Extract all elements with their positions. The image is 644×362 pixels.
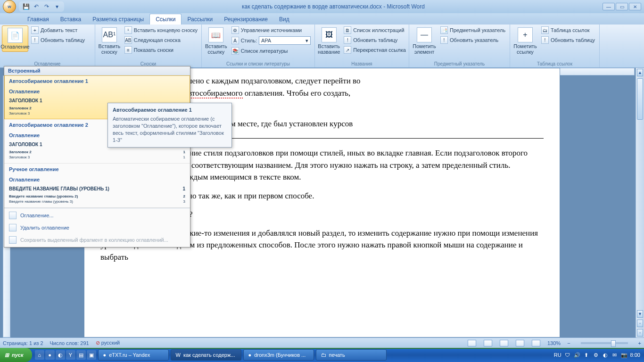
save-icon[interactable]: 💾 xyxy=(22,2,30,11)
insert-caption-button[interactable]: 🖼 Вставить название xyxy=(317,25,341,57)
status-lang[interactable]: ⊘ русский xyxy=(96,340,120,346)
next-page-icon[interactable]: ◦ xyxy=(637,329,643,337)
ql-icon[interactable]: ● xyxy=(45,350,55,360)
toc-insert-custom[interactable]: Оглавление... xyxy=(4,209,190,222)
tray-lang[interactable]: RU xyxy=(554,352,561,358)
xref-icon: ↗ xyxy=(344,46,351,54)
minimize-button[interactable]: — xyxy=(603,3,615,10)
next-footnote-icon: AB xyxy=(124,36,132,44)
toc-save-selection: Сохранить выделенный фрагмент в коллекци… xyxy=(4,234,190,246)
quick-launch: ⌂ ● ◐ Y ▤ ▣ xyxy=(35,350,96,360)
toc-button[interactable]: 📄 Оглавление xyxy=(2,25,28,52)
insert-citation-button[interactable]: 📖 Вставить ссылку xyxy=(204,25,229,57)
scroll-thumb[interactable] xyxy=(637,78,643,120)
tab-view[interactable]: Вид xyxy=(273,14,295,25)
update-captions-button[interactable]: !Обновить таблицу xyxy=(342,35,408,45)
toc-gallery-manual[interactable]: Ручное оглавление Оглавление ВВЕДИТЕ НАЗ… xyxy=(4,164,190,208)
ql-icon[interactable]: ⌂ xyxy=(35,350,44,360)
qat-dropdown-icon[interactable]: ▾ xyxy=(53,2,61,11)
taskbar: ⊞пуск ⌂ ● ◐ Y ▤ ▣ ●eTXT.ru – Yandex Wкак… xyxy=(0,348,644,362)
prev-page-icon[interactable]: ◦ xyxy=(637,320,643,327)
taskbar-item[interactable]: ●dronx3m (Бунчиков ... xyxy=(243,349,314,361)
taskbar-item[interactable]: Wкак сделать содерж... xyxy=(171,349,241,361)
ql-icon[interactable]: Y xyxy=(66,350,75,360)
update-toc-button[interactable]: !Обновить таблицу xyxy=(29,35,87,45)
chevron-down-icon: ▾ xyxy=(305,38,308,44)
taskbar-item[interactable]: 🗀печать xyxy=(316,349,387,361)
tray-icon[interactable]: ◐ xyxy=(602,352,609,358)
tray-icon[interactable]: ✉ xyxy=(611,352,618,358)
mark-entry-button[interactable]: — Пометить элемент xyxy=(411,25,438,57)
view-full-screen[interactable] xyxy=(484,340,492,346)
style-icon: A xyxy=(231,37,239,44)
ribbon: 📄 Оглавление +Добавить текст !Обновить т… xyxy=(0,25,644,68)
mark-citation-icon: + xyxy=(518,27,533,42)
tray-icon[interactable]: 🛡 xyxy=(564,352,571,358)
zoom-slider[interactable] xyxy=(581,342,628,344)
tray-icon[interactable]: ⬆ xyxy=(583,352,590,358)
manage-sources-button[interactable]: ⚙Управление источниками xyxy=(230,25,313,35)
group-label: Названия xyxy=(315,61,409,66)
view-web[interactable] xyxy=(500,340,508,346)
tab-review[interactable]: Рецензирование xyxy=(218,14,273,25)
office-orb[interactable]: W xyxy=(3,0,16,13)
scrollbar-vertical[interactable]: ▲ ▼ ◦ ◦ xyxy=(636,68,644,337)
tab-page-layout[interactable]: Разметка страницы xyxy=(87,14,149,25)
citation-style-combo[interactable]: APA▾ xyxy=(259,36,311,45)
toc-icon xyxy=(9,212,17,219)
add-text-button[interactable]: +Добавить текст xyxy=(29,25,87,35)
endnote-icon: ¹ xyxy=(124,26,132,34)
tab-home[interactable]: Главная xyxy=(22,14,55,25)
ql-icon[interactable]: ▤ xyxy=(76,350,86,360)
scroll-down-icon[interactable]: ▼ xyxy=(637,310,643,318)
scroll-up-icon[interactable]: ▲ xyxy=(637,69,643,76)
start-button[interactable]: ⊞пуск xyxy=(0,348,32,362)
toc-remove[interactable]: Удалить оглавление xyxy=(4,222,190,234)
ql-icon[interactable]: ◐ xyxy=(56,350,65,360)
save-selection-icon xyxy=(9,236,17,244)
tray-icon[interactable]: ⚙ xyxy=(593,352,599,358)
redo-icon[interactable]: ↷ xyxy=(42,2,51,11)
maximize-button[interactable]: ▭ xyxy=(616,3,628,10)
close-button[interactable]: ✕ xyxy=(629,3,641,10)
biblio-icon: 📚 xyxy=(231,47,239,55)
toc-icon: 📄 xyxy=(8,28,23,43)
sources-icon: ⚙ xyxy=(231,26,239,34)
status-page[interactable]: Страница: 1 из 2 xyxy=(3,340,43,346)
view-print-layout[interactable] xyxy=(468,340,476,346)
zoom-out-icon[interactable]: − xyxy=(567,340,570,346)
figures-list-button[interactable]: 🗎Список иллюстраций xyxy=(342,25,408,35)
update-toa-button[interactable]: !Обновить таблицу xyxy=(539,35,597,45)
ribbon-tabs: Главная Вставка Разметка страницы Ссылки… xyxy=(0,13,644,25)
insert-endnote-button[interactable]: ¹Вставить концевую сноску xyxy=(123,25,199,35)
tray-clock[interactable]: 8:00 xyxy=(630,352,640,358)
zoom-in-icon[interactable]: + xyxy=(638,340,641,346)
zoom-value[interactable]: 130% xyxy=(547,340,561,346)
remove-icon xyxy=(9,224,17,231)
titlebar: W 💾 ↶ ↷ ▾ как сделать содержание в ворде… xyxy=(0,0,644,13)
tab-references[interactable]: Ссылки xyxy=(149,14,182,25)
show-footnotes-button[interactable]: ≡Показать сноски xyxy=(123,45,199,55)
index-icon: 📑 xyxy=(440,26,448,34)
tray-icon[interactable]: 📷 xyxy=(621,352,627,358)
insert-toa-button[interactable]: 🗂Таблица ссылок xyxy=(539,25,597,35)
mark-citation-button[interactable]: + Пометить ссылку xyxy=(512,25,538,57)
cross-reference-button[interactable]: ↗Перекрестная ссылка xyxy=(342,45,408,55)
insert-footnote-button[interactable]: AB¹ Вставить сноску xyxy=(97,25,122,57)
next-footnote-button[interactable]: ABСледующая сноска xyxy=(123,35,199,45)
status-words[interactable]: Число слов: 291 xyxy=(50,340,89,346)
insert-index-button[interactable]: 📑Предметный указатель xyxy=(438,25,507,35)
undo-icon[interactable]: ↶ xyxy=(32,2,41,11)
tab-mailings[interactable]: Рассылки xyxy=(182,14,218,25)
browser-icon: ● xyxy=(248,352,252,358)
update-index-button[interactable]: !Обновить указатель xyxy=(438,35,507,45)
view-draft[interactable] xyxy=(532,340,540,346)
tab-insert[interactable]: Вставка xyxy=(55,14,87,25)
view-outline[interactable] xyxy=(516,340,524,346)
taskbar-item[interactable]: ●eTXT.ru – Yandex xyxy=(98,349,169,361)
ql-icon[interactable]: ▣ xyxy=(87,350,96,360)
bibliography-button[interactable]: 📚Список литературы xyxy=(230,46,313,56)
tray-icon[interactable]: 🔊 xyxy=(574,352,580,358)
toa-icon: 🗂 xyxy=(541,26,549,34)
caption-icon: 🖼 xyxy=(322,27,337,42)
